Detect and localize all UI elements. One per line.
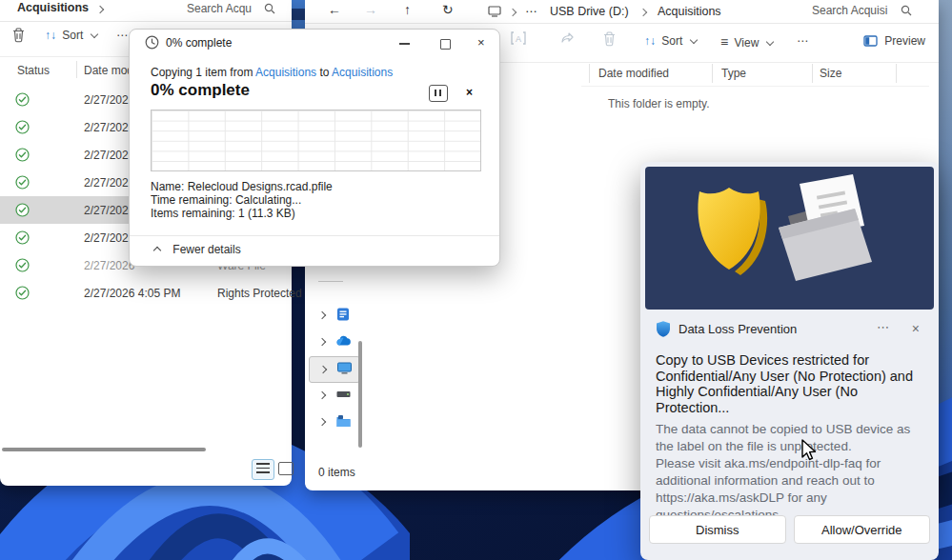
left-search-input[interactable]: Search Acqu [187, 2, 275, 15]
breadcrumb-drive[interactable]: USB Drive (D:) [550, 5, 629, 18]
search-icon [264, 3, 275, 14]
chevron-right-icon[interactable] [318, 418, 326, 426]
refresh-button[interactable]: ↻ [442, 2, 454, 17]
empty-folder-message: This folder is empty. [608, 97, 709, 110]
dialog-title-bar[interactable]: 0% complete × [130, 30, 499, 56]
left-sort-button[interactable]: ↑↓ Sort [45, 29, 97, 42]
left-status-bar [0, 455, 292, 486]
dialog-divider [130, 235, 499, 236]
scrollbar-thumb[interactable] [2, 448, 206, 451]
right-nav-row: ← → ↑ ↻ ⋯ USB Drive (D:) Acquisitions Se… [305, 0, 939, 24]
chevron-down-icon [689, 36, 697, 44]
details-view-toggle[interactable] [252, 459, 274, 480]
file-date-modified: 2/27/2026 [84, 121, 134, 134]
sync-status-check-icon [15, 92, 30, 110]
toast-buttons: Dismiss Allow/Override [649, 515, 930, 544]
file-date-modified: 2/27/2026 [84, 259, 134, 272]
transfer-speed-graph [151, 110, 481, 171]
share-icon [560, 31, 576, 45]
left-more-button[interactable]: ⋯ [116, 29, 128, 42]
toast-app-name: Data Loss Prevention [679, 322, 797, 336]
dlp-notification-toast: Data Loss Prevention ⋯ × Copy to USB Dev… [640, 162, 939, 560]
column-header-type[interactable]: Type [721, 67, 746, 80]
items-count: 0 items [318, 466, 355, 479]
share-button[interactable] [560, 31, 576, 48]
file-date-modified: 2/27/2026 [84, 176, 134, 190]
chevron-right-icon [509, 9, 517, 16]
sidebar-item-drive[interactable] [309, 383, 358, 408]
sidebar-item-network-folder[interactable] [309, 410, 358, 434]
column-header-date-modified[interactable]: Date modified [598, 67, 669, 80]
file-date-modified: 2/27/2026 [84, 231, 134, 245]
left-breadcrumb-folder[interactable]: Acquisitions [17, 1, 89, 14]
pause-button[interactable] [429, 85, 448, 102]
delete-button[interactable] [11, 27, 26, 46]
right-search-input[interactable]: Search Acquisi [812, 4, 912, 17]
search-icon [901, 5, 912, 16]
rename-icon: A [511, 31, 526, 45]
trash-icon [11, 27, 26, 43]
column-header-size[interactable]: Size [820, 67, 841, 80]
preview-pane-icon [863, 35, 878, 47]
nav-pane-scrollbar[interactable] [358, 341, 362, 448]
up-button[interactable]: ↑ [404, 2, 411, 17]
chevron-right-icon [639, 9, 647, 16]
sidebar-item-onedrive[interactable] [309, 330, 358, 354]
dismiss-button[interactable]: Dismiss [649, 515, 786, 544]
rename-button[interactable]: A [511, 31, 526, 48]
chevron-right-icon[interactable] [318, 391, 326, 399]
view-lines-icon: ≡ [720, 34, 728, 50]
close-icon[interactable]: × [477, 35, 485, 50]
svg-text:A: A [516, 34, 521, 44]
view-button[interactable]: ≡ View [720, 34, 773, 50]
source-folder-link[interactable]: Acquisitions [255, 66, 316, 79]
shield-icon [655, 320, 672, 338]
sync-status-check-icon [15, 120, 30, 137]
cancel-copy-button[interactable]: × [466, 86, 473, 99]
delete-button[interactable] [602, 30, 617, 50]
fewer-details-toggle[interactable]: Fewer details [154, 243, 241, 256]
left-tab-row: Acquisitions Search Acqu [0, 0, 292, 22]
column-header-status[interactable]: Status [17, 64, 50, 77]
toast-header: Data Loss Prevention ⋯ × [640, 318, 939, 343]
right-sort-button[interactable]: ↑↓ Sort [644, 34, 697, 48]
sort-arrows-icon: ↑↓ [644, 34, 656, 48]
toast-close-button[interactable]: × [912, 321, 920, 336]
copy-summary: Copying 1 item from Acquisitions to Acqu… [151, 66, 393, 79]
preview-button[interactable]: Preview [863, 34, 925, 48]
hard-drive-icon [335, 387, 352, 402]
chevron-right-icon [96, 6, 104, 13]
horizontal-scrollbar[interactable] [0, 446, 292, 453]
clock-icon [145, 35, 159, 50]
right-more-button[interactable]: ⋯ [797, 34, 808, 48]
column-header-date-modified[interactable]: Date mod [84, 64, 133, 77]
sync-status-check-icon [15, 175, 30, 192]
sync-status-check-icon [15, 148, 30, 165]
large-icons-view-toggle[interactable] [278, 462, 294, 475]
file-date-modified: 2/27/2026 [84, 93, 134, 107]
minimize-button[interactable] [399, 43, 410, 45]
destination-folder-link[interactable]: Acquisitions [332, 66, 393, 79]
back-button[interactable]: ← [328, 2, 341, 17]
file-date-modified: 2/27/2026 [84, 149, 134, 162]
breadcrumb-ellipsis[interactable]: ⋯ [525, 5, 537, 18]
forward-button[interactable]: → [364, 2, 377, 17]
file-name-line: Name: Relecloud Designs.rcad.pfile [151, 180, 333, 193]
sidebar-item-this-pc[interactable] [309, 356, 360, 383]
chevron-right-icon[interactable] [319, 366, 327, 373]
allow-override-button[interactable]: Allow/Override [794, 515, 931, 544]
chevron-right-icon[interactable] [318, 338, 326, 346]
breadcrumb-folder[interactable]: Acquisitions [658, 5, 721, 18]
sidebar-item-gallery[interactable] [309, 303, 358, 328]
maximize-button[interactable] [440, 39, 451, 50]
toast-headline: Copy to USB Devices restricted for Confi… [656, 352, 925, 415]
sync-status-check-icon [15, 203, 30, 220]
chevron-down-icon [90, 30, 97, 38]
file-date-modified: 2/27/2026 [84, 204, 134, 217]
chevron-right-icon[interactable] [318, 311, 326, 319]
trash-icon [602, 30, 617, 47]
table-row[interactable]: 2/27/2026 4:05 PM Rights Protected Docu [0, 279, 292, 307]
toast-more-button[interactable]: ⋯ [877, 320, 889, 334]
nav-pane-divider [318, 281, 343, 282]
toast-body-line2: Please visit aka.ms/endpoint-dlp-faq for… [656, 455, 925, 524]
